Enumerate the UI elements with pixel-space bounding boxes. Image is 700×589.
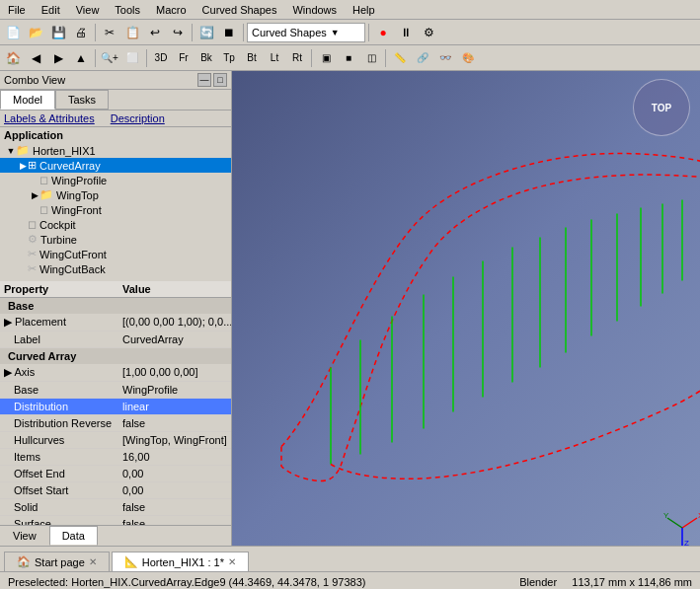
tree-item-wing-front[interactable]: ◻ WingFront — [0, 202, 231, 217]
tab-start-page[interactable]: 🏠 Start page ✕ — [4, 552, 110, 571]
view-3d-button[interactable]: 3D — [150, 47, 172, 69]
view-home-button[interactable]: 🏠 — [2, 47, 24, 69]
props-row-hullcurves[interactable]: Hullcurves [WingTop, WingFront] — [0, 432, 231, 449]
tree-label-cockpit: Cockpit — [39, 219, 76, 231]
new-file-button[interactable]: 📄 — [2, 22, 24, 43]
subtab-labels[interactable]: Labels & Attributes — [4, 112, 95, 124]
sep8 — [385, 49, 386, 67]
blender-label: Blender — [519, 576, 557, 588]
minimize-icon[interactable]: — — [197, 73, 211, 87]
zoom-box-button[interactable]: ⬜ — [121, 47, 143, 69]
tab-close-start[interactable]: ✕ — [89, 556, 97, 567]
print-button[interactable]: 🖨 — [70, 22, 92, 43]
record-button[interactable]: ● — [372, 22, 394, 43]
toolbar-main: 📄 📂 💾 🖨 ✂ 📋 ↩ ↪ 🔄 ⏹ Curved Shapes ▼ ● ⏸ … — [0, 20, 700, 45]
texture-button[interactable]: 🎨 — [457, 47, 479, 69]
save-file-button[interactable]: 💾 — [47, 22, 69, 43]
nav-forward-button[interactable]: ▶ — [47, 47, 69, 69]
prop-val-hullcurves: [WingTop, WingFront] — [118, 432, 231, 448]
expand-arrow: ▶ — [30, 190, 39, 200]
menu-view[interactable]: View — [68, 2, 108, 18]
workbench-dropdown[interactable]: Curved Shapes ▼ — [247, 23, 365, 42]
stop-record-button[interactable]: ⏸ — [395, 22, 417, 43]
refresh-button[interactable]: 🔄 — [195, 22, 217, 43]
shade-flat-button[interactable]: ■ — [338, 47, 359, 69]
cut-button[interactable]: ✂ — [99, 22, 120, 43]
tab-data[interactable]: Data — [49, 526, 98, 546]
maximize-icon[interactable]: □ — [213, 73, 227, 87]
tab-tasks[interactable]: Tasks — [55, 90, 109, 110]
view-bottom-button[interactable]: Bt — [241, 47, 263, 69]
menu-curved-shapes[interactable]: Curved Shapes — [194, 2, 285, 18]
tab-view[interactable]: View — [0, 526, 49, 546]
viewport-svg — [232, 71, 700, 546]
undo-button[interactable]: ↩ — [144, 22, 166, 43]
view-back-button[interactable]: Bk — [195, 47, 217, 69]
view-front-button[interactable]: Fr — [173, 47, 194, 69]
props-row-placement[interactable]: ▶ Placement [(0,00 0,00 1,00); 0,0... — [0, 314, 231, 331]
prop-key-offset-end: Offset End — [0, 466, 118, 481]
preselected-status: Preselected: Horten_HIX.CurvedArray.Edge… — [8, 576, 365, 588]
menu-windows[interactable]: Windows — [284, 2, 345, 18]
sep3 — [243, 24, 244, 41]
nav-cube[interactable]: TOP — [633, 79, 692, 138]
tab-close-horten[interactable]: ✕ — [228, 556, 236, 567]
props-row-offset-start[interactable]: Offset Start 0,00 — [0, 482, 231, 499]
tree-item-curved-array[interactable]: ▶ ⊞ CurvedArray — [0, 158, 231, 173]
tab-start-page-label: Start page — [35, 556, 85, 568]
snap-button[interactable]: 🔗 — [412, 47, 433, 69]
tree-item-turbine[interactable]: ⚙ Turbine — [0, 232, 231, 247]
tree-item-wing-top[interactable]: ▶ 📁 WingTop — [0, 187, 231, 202]
tab-model[interactable]: Model — [0, 90, 55, 110]
prop-val-offset-start: 0,00 — [118, 482, 231, 498]
zoom-fit-button[interactable]: 🔍+ — [99, 47, 120, 69]
props-row-label[interactable]: Label CurvedArray — [0, 331, 231, 348]
nav-up-button[interactable]: ▲ — [70, 47, 92, 69]
application-label: Application — [0, 127, 231, 143]
prop-val-offset-end: 0,00 — [118, 466, 231, 481]
tree-item-horten[interactable]: ▼ 📁 Horten_HIX1 — [0, 143, 231, 158]
props-row-distribution[interactable]: Distribution linear — [0, 399, 231, 415]
shade-wire-button[interactable]: ▣ — [315, 47, 337, 69]
redo-button[interactable]: ↪ — [167, 22, 189, 43]
tab-horten[interactable]: 📐 Horten_HIX1 : 1* ✕ — [112, 552, 249, 571]
viewport[interactable]: TOP X Y Z — [232, 71, 700, 546]
cut-icon: ✂ — [28, 262, 37, 275]
tree-item-wing-cut-back[interactable]: ✂ WingCutBack — [0, 261, 231, 276]
view-right-button[interactable]: Rt — [286, 47, 308, 69]
props-row-axis[interactable]: ▶ Axis [1,00 0,00 0,00] — [0, 364, 231, 382]
tree-item-cockpit[interactable]: ◻ Cockpit — [0, 217, 231, 232]
copy-button[interactable]: 📋 — [121, 22, 143, 43]
shape-icon: ◻ — [28, 218, 37, 231]
nav-back-button[interactable]: ◀ — [25, 47, 46, 69]
stereo-button[interactable]: 👓 — [434, 47, 456, 69]
measure-button[interactable]: 📏 — [389, 47, 411, 69]
open-file-button[interactable]: 📂 — [25, 22, 46, 43]
left-bottom-tabs: View Data — [0, 525, 231, 546]
props-row-items[interactable]: Items 16,00 — [0, 449, 231, 466]
props-row-dist-reverse[interactable]: Distribution Reverse false — [0, 415, 231, 432]
menu-help[interactable]: Help — [345, 2, 383, 18]
subtab-description[interactable]: Description — [111, 112, 165, 124]
menu-macro[interactable]: Macro — [148, 2, 194, 18]
view-left-button[interactable]: Lt — [264, 47, 285, 69]
props-row-solid[interactable]: Solid false — [0, 499, 231, 516]
tree-item-wing-cut-front[interactable]: ✂ WingCutFront — [0, 247, 231, 261]
expand-arrow: ▶ — [4, 366, 14, 378]
tree-label-wing-front: WingFront — [51, 204, 102, 216]
expand-arrow: ▶ — [18, 161, 28, 171]
tree-item-wing-profile[interactable]: ◻ WingProfile — [0, 173, 231, 187]
props-row-offset-end[interactable]: Offset End 0,00 — [0, 466, 231, 482]
props-row-surface[interactable]: Surface false — [0, 516, 231, 525]
props-row-base[interactable]: Base WingProfile — [0, 382, 231, 399]
menu-tools[interactable]: Tools — [107, 2, 148, 18]
menu-file[interactable]: File — [0, 2, 34, 18]
view-top-button[interactable]: Tp — [218, 47, 240, 69]
shade-wire2-button[interactable]: ◫ — [360, 47, 382, 69]
svg-line-17 — [682, 518, 697, 528]
settings-button[interactable]: ⚙ — [418, 22, 439, 43]
menu-edit[interactable]: Edit — [34, 2, 68, 18]
sep1 — [95, 24, 96, 41]
stop-button[interactable]: ⏹ — [218, 22, 240, 43]
tree-label-wing-profile: WingProfile — [51, 175, 107, 186]
